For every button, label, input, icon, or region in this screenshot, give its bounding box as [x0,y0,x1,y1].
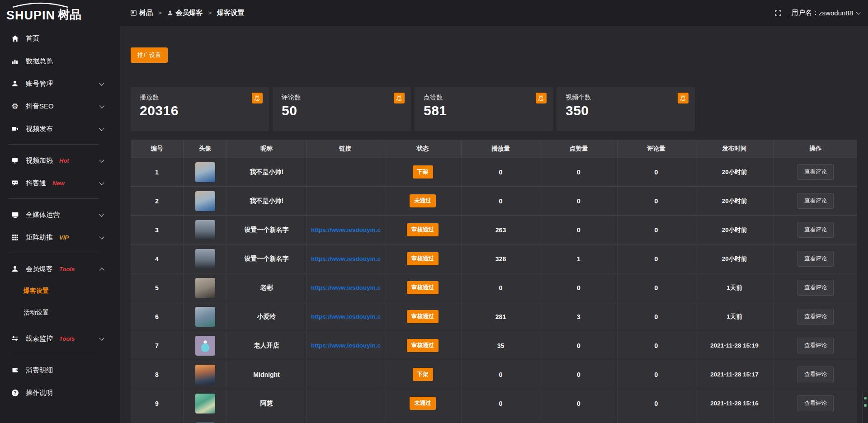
cell-actions: 查看评论 [774,389,857,418]
sidebar-item-data-overview[interactable]: 数据总览 [0,50,120,72]
view-comments-button[interactable]: 查看评论 [797,338,834,353]
cell-avatar [184,418,227,423]
promotion-settings-button[interactable]: 推广设置 [131,47,168,63]
sidebar-item-label: 全媒体运营 [26,211,60,219]
cell-plays: 0 [462,158,540,186]
view-comments-button[interactable]: 查看评论 [797,309,834,324]
cell-status: 审核通过 [384,331,462,360]
cell-comments: 0 [618,360,695,389]
cell-status: 审核通过 [384,216,462,244]
status-badge: 审核通过 [407,310,439,323]
user-icon [11,265,19,273]
cell-id: 5 [131,273,184,302]
breadcrumb-item-member-baoke[interactable]: 会员爆客 [167,9,203,17]
sidebar-divider [8,354,99,354]
video-link[interactable]: https://www.iesdouyin.c [311,342,381,349]
chevron-down-icon [99,103,104,108]
status-badge: 审核通过 [407,252,439,265]
view-comments-button[interactable]: 查看评论 [797,367,834,382]
cell-status: 未通过 [384,187,462,215]
breadcrumb-item-shupin[interactable]: 树品 [131,9,153,17]
vip-badge: VIP [59,234,69,241]
chat-bubble-icon [11,179,19,187]
sidebar-item-instructions[interactable]: ? 操作说明 [0,381,120,404]
sidebar-item-account-management[interactable]: 账号管理 [0,72,120,95]
cell-likes: 0 [540,158,618,186]
cell-comments: 0 [618,331,695,360]
cell-comments: 0 [618,158,695,186]
cell-publish-time: 2021-11-28 15:19 [695,331,774,360]
view-comments-button[interactable]: 查看评论 [797,395,834,411]
cell-plays: 281 [462,302,540,331]
cell-avatar [184,244,227,273]
help-circle-icon: ? [11,389,19,397]
brand-logo[interactable]: SHUPIN 树品 [0,0,120,26]
avatar [195,162,215,182]
view-comments-button[interactable]: 查看评论 [797,280,834,296]
table-header: 编号 头像 昵称 链接 状态 播放量 点赞量 评论量 发布时间 操作 [131,140,857,157]
column-header-status: 状态 [384,140,462,157]
video-link[interactable]: https://www.iesdouyin.c [311,255,381,262]
sidebar-item-spending-details[interactable]: 消费明细 [0,359,120,381]
view-comments-button[interactable]: 查看评论 [797,193,834,209]
stat-card-likes: 点赞数 581 总 [415,87,553,131]
chevron-down-icon [99,234,104,239]
sidebar-item-label: 矩阵助推 [26,233,53,242]
stat-card-videos: 视频个数 350 总 [557,87,695,131]
sidebar-item-douketong[interactable]: 抖客通 New [0,172,120,194]
cell-likes: 0 [540,187,618,215]
sidebar-item-matrix-boost[interactable]: 矩阵助推 VIP [0,226,120,249]
table-row: 3 设置一个新名字 https://www.iesdouyin.c 审核通过 2… [131,215,857,244]
cell-nickname: Midnight [227,360,307,389]
sidebar-item-video-publish[interactable]: 视频发布 [0,118,120,140]
cell-link: https://www.iesdouyin.c [307,216,384,244]
cell-actions: 查看评论 [774,273,857,302]
cell-comments: 0 [618,389,695,418]
floating-widget[interactable] [862,391,868,423]
total-badge: 总 [678,93,689,103]
widget-dot-icon [864,397,867,400]
video-link[interactable]: https://www.iesdouyin.c [311,226,381,233]
cell-plays: 0 [462,360,540,389]
logo-text-en: SHUPIN [6,9,55,23]
sidebar-subitem-baoke-settings[interactable]: 爆客设置 [0,280,120,302]
cell-avatar [184,389,227,418]
sidebar-item-lead-monitoring[interactable]: 线索监控 Tools [0,327,120,350]
cell-nickname: 老人开店 [227,331,307,360]
fullscreen-icon[interactable] [774,9,782,17]
column-header-actions: 操作 [774,140,857,157]
screen-icon [11,156,19,164]
video-link[interactable]: https://www.iesdouyin.c [311,284,381,291]
sidebar-subitem-label: 活动设置 [24,309,49,317]
column-header-nickname: 昵称 [227,140,307,157]
topbar: 树品 > 会员爆客 > 爆客设置 用户名： zswodun88 [120,0,868,26]
chevron-down-icon [99,212,104,216]
column-header-publish-time: 发布时间 [695,140,774,157]
video-link[interactable]: https://www.iesdouyin.c [311,313,381,320]
sidebar-item-home[interactable]: 首页 [0,27,120,50]
table-row [131,418,857,423]
cell-status: 未通过 [384,389,462,418]
user-menu[interactable]: 用户名： zswodun88 [792,9,860,17]
chevron-down-icon [99,157,104,162]
view-comments-button[interactable]: 查看评论 [797,251,834,267]
sidebar-item-member-baoke[interactable]: 会员爆客 Tools [0,258,120,280]
sidebar-item-omni-media[interactable]: 全媒体运营 [0,203,120,226]
chevron-down-icon [856,10,861,14]
sidebar-item-douyin-seo[interactable]: ⚙ 抖音SEO [0,95,120,118]
breadcrumb-item-baoke-settings[interactable]: 爆客设置 [217,9,244,17]
cell-id: 8 [131,360,184,389]
username-value: zswodun88 [819,9,853,17]
view-comments-button[interactable]: 查看评论 [797,222,834,238]
topbar-right: 用户名： zswodun88 [774,9,860,17]
cell-avatar [184,187,227,215]
sidebar-item-video-heating[interactable]: 视频加热 Hot [0,149,120,172]
sidebar-item-label: 视频加热 [26,156,53,165]
sidebar-subitem-activity-settings[interactable]: 活动设置 [0,302,120,324]
cell-plays: 0 [462,187,540,215]
avatar [195,394,215,414]
cell-id: 6 [131,302,184,331]
breadcrumb-separator: > [208,9,212,16]
cell-actions: 查看评论 [774,158,857,186]
view-comments-button[interactable]: 查看评论 [797,164,834,180]
